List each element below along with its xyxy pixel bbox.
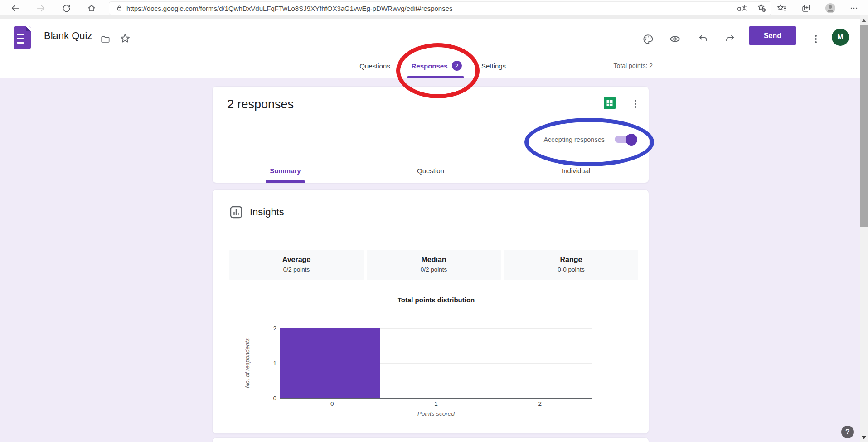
stat-range: Range 0-0 points: [504, 250, 638, 280]
active-tab-indicator: [407, 76, 464, 78]
browser-menu-button[interactable]: [849, 3, 859, 14]
address-bar[interactable]: https://docs.google.com/forms/d/1QwhDxVd…: [109, 1, 771, 15]
preview-button[interactable]: [669, 33, 681, 45]
document-title[interactable]: Blank Quiz: [44, 30, 92, 42]
folder-icon: [100, 34, 111, 44]
browser-forward-button[interactable]: [35, 3, 46, 14]
responses-card: 2 responses Accepting responses Summary …: [212, 86, 649, 183]
divider: [213, 233, 649, 233]
form-more-menu-button[interactable]: [810, 33, 822, 45]
add-favorite-button[interactable]: [756, 3, 766, 13]
chart-xtick-label: 0: [330, 400, 334, 407]
translate-button[interactable]: [737, 3, 747, 12]
chart-ytick-label: 1: [273, 360, 276, 367]
move-to-folder-button[interactable]: [99, 33, 112, 46]
accepting-responses-toggle[interactable]: [615, 136, 636, 143]
view-in-sheets-button[interactable]: [604, 97, 616, 109]
lock-icon: [116, 5, 123, 12]
logo-line: [17, 34, 24, 36]
chart-y-axis-label: No. of respondents: [244, 338, 251, 388]
forms-header: Blank Quiz Send M: [0, 19, 860, 53]
tab-settings[interactable]: Settings: [476, 53, 511, 78]
chart-xaxis: 012: [280, 400, 592, 408]
translate-icon: [737, 3, 747, 12]
refresh-icon: [62, 4, 71, 13]
collections-icon: [801, 3, 811, 13]
logo-line: [17, 38, 24, 40]
google-forms-logo[interactable]: [14, 26, 31, 49]
chart-xtick-label: 1: [434, 400, 438, 407]
browser-profile-button[interactable]: [825, 3, 836, 14]
subtab-summary[interactable]: Summary: [213, 158, 358, 183]
scrollbar-thumb[interactable]: [860, 25, 868, 227]
stat-median: Median 0/2 points: [367, 250, 501, 280]
redo-button[interactable]: [723, 33, 736, 45]
total-points-label: Total points: 2: [614, 53, 653, 78]
insights-chart-icon: [229, 205, 243, 219]
eye-icon: [669, 33, 681, 45]
scrollbar: [860, 15, 868, 442]
more-vert-icon: [635, 100, 636, 108]
tab-questions[interactable]: Questions: [354, 53, 396, 78]
favorites-star-icon: [776, 3, 787, 13]
accepting-responses-label: Accepting responses: [512, 136, 605, 143]
next-card-partial: [212, 437, 649, 442]
stat-average: Average 0/2 points: [229, 250, 364, 280]
insights-title: Insights: [250, 206, 284, 218]
browser-home-button[interactable]: [86, 3, 97, 14]
star-icon: [119, 33, 131, 44]
screen: https://docs.google.com/forms/d/1QwhDxVd…: [0, 0, 868, 442]
responses-more-menu-button[interactable]: [631, 97, 640, 110]
redo-icon: [724, 34, 735, 44]
responses-count-badge: 2: [452, 61, 462, 71]
tab-responses[interactable]: Responses 2: [406, 53, 467, 78]
chart-title: Total points distribution: [280, 296, 592, 304]
undo-button[interactable]: [697, 33, 710, 45]
subtab-individual[interactable]: Individual: [503, 158, 649, 183]
help-button[interactable]: ?: [841, 426, 854, 438]
main-tabs-row: Questions Responses 2 Settings Total poi…: [0, 53, 860, 78]
more-vert-icon: [815, 35, 817, 43]
chart-ytick-label: 0: [273, 395, 276, 402]
insights-card: Insights Average 0/2 points Median 0/2 p…: [212, 189, 649, 434]
chart-bar: [280, 328, 380, 398]
browser-refresh-button[interactable]: [61, 3, 72, 14]
palette-icon: [642, 34, 654, 45]
favorites-bar-button[interactable]: [776, 3, 787, 14]
send-button[interactable]: Send: [749, 26, 796, 45]
responses-count-title: 2 responses: [227, 97, 294, 112]
home-icon: [87, 3, 97, 13]
toggle-knob: [626, 134, 637, 146]
scroll-up-arrow-icon[interactable]: [862, 19, 866, 22]
chart-xtick-label: 2: [538, 400, 542, 407]
chart-x-axis-label: Points scored: [280, 410, 592, 417]
chart-plot: [280, 328, 592, 399]
subtab-question[interactable]: Question: [358, 158, 504, 183]
collections-button[interactable]: [800, 3, 811, 14]
browser-back-button[interactable]: [10, 3, 21, 14]
browser-toolbar: https://docs.google.com/forms/d/1QwhDxVd…: [0, 0, 868, 15]
response-view-tabs: Summary Question Individual: [213, 158, 649, 183]
undo-icon: [698, 34, 709, 44]
back-arrow-icon: [10, 3, 20, 13]
chart-ytick-label: 2: [273, 325, 276, 332]
scroll-down-arrow-icon[interactable]: [862, 436, 866, 439]
account-avatar[interactable]: M: [832, 29, 849, 46]
logo-line: [17, 42, 24, 44]
chart-yaxis: 012: [259, 328, 276, 398]
url-text: https://docs.google.com/forms/d/1QwhDxVd…: [126, 5, 453, 12]
chrome-bottom-strip: [0, 15, 860, 19]
star-plus-icon: [756, 3, 766, 13]
forward-arrow-icon: [36, 3, 46, 13]
ellipsis-icon: [849, 4, 858, 13]
profile-avatar-icon: [825, 2, 836, 14]
active-subtab-indicator: [266, 180, 305, 183]
customize-theme-button[interactable]: [641, 33, 654, 45]
star-form-button[interactable]: [119, 32, 131, 45]
google-sheets-icon: [604, 97, 616, 109]
